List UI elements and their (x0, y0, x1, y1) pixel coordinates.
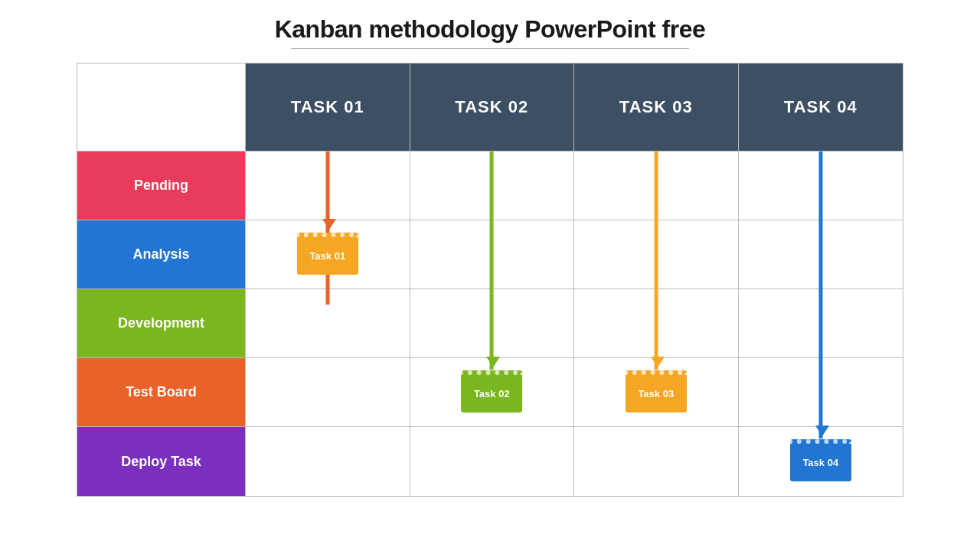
page-title: Kanban methodology PowerPoint free (275, 15, 706, 44)
cell-deploy-col3 (574, 427, 739, 496)
header-task02: TASK 02 (410, 64, 575, 152)
vline-task04 (818, 152, 822, 439)
cell-pending-col4 (739, 152, 903, 220)
task-card-03[interactable]: Task 03 (626, 370, 687, 412)
arrow-task03 (651, 357, 665, 367)
vline-task02 (490, 152, 494, 370)
header-task01: TASK 01 (246, 64, 410, 152)
label-development: Development (77, 289, 246, 357)
task-card-02[interactable]: Task 02 (461, 370, 522, 412)
title-divider (291, 48, 689, 49)
arrow-task04 (815, 425, 829, 436)
label-deploy: Deploy Task (77, 427, 246, 496)
vline-task03 (654, 152, 658, 370)
row-pending: Pending (77, 152, 903, 220)
cell-test-col1 (246, 358, 410, 426)
label-analysis: Analysis (77, 220, 246, 289)
header-task04: TASK 04 (739, 64, 903, 152)
cell-deploy-col2 (410, 427, 575, 496)
arrow-task02 (486, 357, 500, 367)
arrow-task01 (322, 219, 336, 230)
cell-pending-col1 (246, 152, 410, 220)
header-empty-cell (77, 64, 246, 152)
label-testboard: Test Board (77, 358, 246, 426)
task-card-01[interactable]: Task 01 (297, 233, 358, 275)
task-card-04[interactable]: Task 04 (790, 439, 851, 481)
cell-pending-col2 (410, 152, 575, 220)
cell-deploy-col1 (246, 427, 410, 496)
header-task03: TASK 03 (574, 64, 739, 152)
kanban-body: Pending Analysis (77, 152, 903, 496)
header-row: TASK 01 TASK 02 TASK 03 TASK 04 (77, 64, 903, 152)
label-pending: Pending (77, 152, 246, 220)
row-deploy: Deploy Task Task 04 (77, 427, 903, 496)
cell-pending-col3 (574, 152, 739, 220)
kanban-board: TASK 01 TASK 02 TASK 03 TASK 04 Pending (77, 63, 903, 497)
